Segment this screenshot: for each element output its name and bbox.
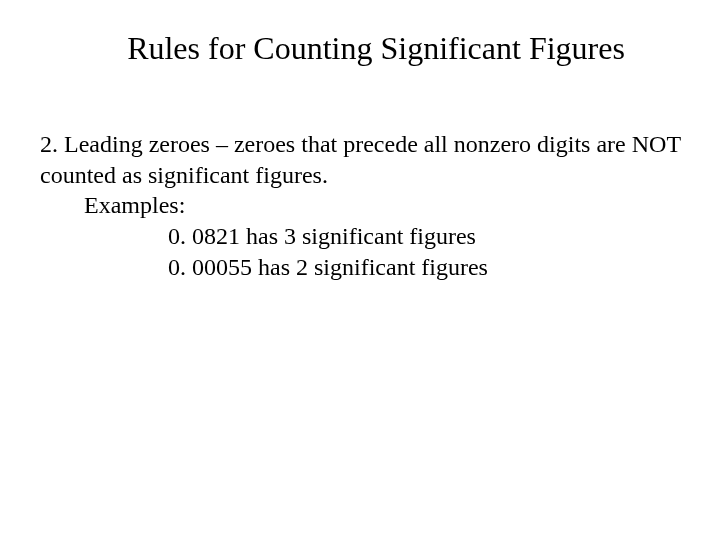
slide-title: Rules for Counting Significant Figures bbox=[68, 30, 684, 67]
slide: Rules for Counting Significant Figures 2… bbox=[0, 0, 720, 540]
examples-label: Examples: bbox=[84, 190, 684, 221]
rule-body: 2. Leading zeroes – zeroes that precede … bbox=[40, 129, 684, 190]
example-line-2: 0. 00055 has 2 significant figures bbox=[168, 252, 684, 283]
rule-description: Leading zeroes – zeroes that precede all… bbox=[40, 131, 681, 188]
example-line-1: 0. 0821 has 3 significant figures bbox=[168, 221, 684, 252]
rule-number: 2. bbox=[40, 131, 64, 157]
